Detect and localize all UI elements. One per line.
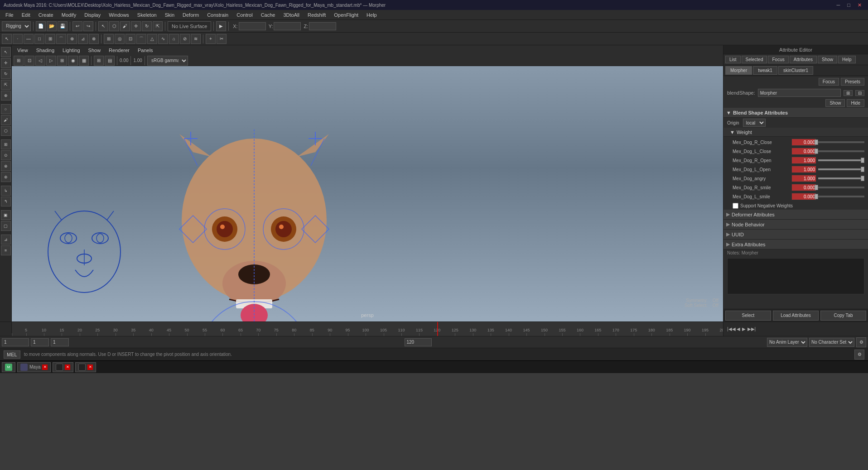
blend-expand-btn[interactable]: ⊞ (844, 90, 853, 96)
weight-slider-4[interactable] (818, 177, 864, 179)
focus-btn[interactable]: Focus (819, 78, 839, 86)
vm-panels[interactable]: Panels (134, 47, 157, 54)
multicut-btn[interactable]: ✂ (217, 34, 227, 44)
current-frame-input[interactable] (405, 338, 432, 346)
start-frame-input[interactable] (2, 338, 29, 346)
menu-file[interactable]: File (2, 11, 17, 19)
blend-shape-name-input[interactable] (758, 89, 841, 97)
weight-slider-2[interactable] (818, 159, 864, 161)
node-tab-tweak1[interactable]: tweak1 (753, 66, 777, 75)
poly-vertex-btn[interactable]: · (13, 34, 23, 44)
poly-edge-btn[interactable]: — (24, 34, 34, 44)
flare-btn[interactable]: △ (147, 34, 157, 44)
3d-viewport[interactable]: z y x persp Symmetry: Off Soft Select: O… (12, 66, 723, 321)
select-mode-btn[interactable]: ↖ (2, 34, 12, 44)
menu-display[interactable]: Display (81, 11, 104, 19)
menu-skeleton[interactable]: Skeleton (134, 11, 160, 19)
weight-slider-0[interactable] (818, 141, 864, 143)
z-input[interactable] (309, 22, 336, 30)
x-input[interactable] (239, 22, 266, 30)
wire-btn[interactable]: ⊞ (57, 56, 67, 66)
rivet-left[interactable]: ⊙ (1, 150, 11, 160)
cam-prev-btn[interactable]: ◁ (35, 56, 45, 66)
extra-attrs-header[interactable]: ▶ Extra Attributes (723, 240, 868, 249)
paint-sel-left[interactable]: 🖌 (1, 115, 11, 125)
hide-btn[interactable]: Hide (847, 99, 864, 107)
snap-left[interactable]: ⊿ (1, 235, 11, 245)
notes-area[interactable] (727, 258, 864, 294)
menu-3dtoall[interactable]: 3DtoAll (280, 11, 303, 19)
weight-input-3[interactable] (791, 166, 816, 173)
select-footer-btn[interactable]: Select (725, 311, 771, 321)
open-file-btn[interactable]: 📂 (47, 21, 57, 31)
blend-left[interactable]: ⊗ (1, 161, 11, 171)
playback-end-input[interactable] (51, 338, 69, 346)
bend-btn[interactable]: ⌒ (136, 34, 146, 44)
squash-btn[interactable]: ⌂ (169, 34, 179, 44)
tab-help[interactable]: Help (838, 56, 856, 63)
magnet-btn[interactable]: ⊗ (89, 34, 99, 44)
mode-dropdown[interactable]: Rigging (2, 21, 31, 31)
rotate-tool[interactable]: ↻ (142, 21, 152, 31)
weight-input-5[interactable] (791, 184, 816, 191)
cluster-left[interactable]: ⊛ (1, 172, 11, 182)
blend-collapse-btn[interactable]: ⊟ (855, 90, 864, 96)
scale-tool[interactable]: ⇱ (153, 21, 163, 31)
node-tab-morpher[interactable]: Morpher (725, 66, 752, 75)
weight-slider-5[interactable] (818, 187, 864, 188)
tab-focus[interactable]: Focus (768, 56, 788, 63)
maximize-btn[interactable]: □ (844, 2, 853, 8)
menu-deform[interactable]: Deform (179, 11, 203, 19)
weight-input-6[interactable] (791, 193, 816, 200)
undo-btn[interactable]: ↩ (72, 21, 82, 31)
menu-control[interactable]: Control (233, 11, 256, 19)
cam-fit-btn[interactable]: ⊞ (14, 56, 24, 66)
new-file-btn[interactable]: 📄 (36, 21, 46, 31)
lasso-left[interactable]: ⬡ (1, 126, 11, 136)
tab-list[interactable]: List (725, 56, 741, 63)
parent-left[interactable]: ↳ (1, 186, 11, 196)
extrude-btn[interactable]: + (206, 34, 216, 44)
status-prefs-btn[interactable]: ⚙ (854, 350, 864, 360)
load-attrs-btn[interactable]: Load Attributes (773, 311, 819, 321)
show-btn[interactable]: Show (825, 99, 845, 107)
minimize-btn[interactable]: ─ (834, 2, 843, 8)
weight-input-2[interactable] (791, 157, 816, 164)
char-set-dropdown[interactable]: No Character Set (809, 338, 854, 347)
y-input[interactable] (274, 22, 301, 30)
softmod-btn[interactable]: ◎ (115, 34, 125, 44)
ungroup-left[interactable]: ▢ (1, 221, 11, 231)
snap-point-btn[interactable]: ⊕ (67, 34, 77, 44)
group-left[interactable]: ▣ (1, 210, 11, 220)
weight-slider-3[interactable] (818, 168, 864, 170)
taskbar-item2-close[interactable]: ✕ (65, 364, 70, 370)
save-file-btn[interactable]: 💾 (58, 21, 68, 31)
weight-input-0[interactable] (791, 139, 816, 146)
uuid-header[interactable]: ▶ UUID (723, 230, 868, 240)
anim-layer-dropdown[interactable]: No Anim Layer (767, 338, 807, 347)
tab-show[interactable]: Show (818, 56, 837, 63)
tab-attributes[interactable]: Attributes (790, 56, 817, 63)
show-manip-left[interactable]: ⊞ (1, 139, 11, 149)
presets-btn[interactable]: Presets (841, 78, 864, 86)
universal-tool-left[interactable]: ⊕ (1, 91, 11, 101)
weight-input-4[interactable] (791, 175, 816, 182)
lasso-tool[interactable]: ⬡ (109, 21, 119, 31)
node-tab-skincluster1[interactable]: skinCluster1 (778, 66, 813, 75)
menu-create[interactable]: Create (35, 11, 57, 19)
vm-renderer[interactable]: Renderer (105, 47, 133, 54)
anim-prefs-btn[interactable]: ⚙ (856, 337, 866, 347)
cam-frame-btn[interactable]: ⊡ (24, 56, 34, 66)
snap-surface-btn[interactable]: ⊿ (78, 34, 88, 44)
blend-shape-attrs-header[interactable]: ▼ Blend Shape Attributes (723, 108, 868, 118)
render-btn[interactable]: ▶ (216, 21, 226, 31)
snap-grid-btn[interactable]: ⊞ (45, 34, 55, 44)
support-neg-checkbox[interactable] (733, 203, 738, 209)
menu-cache[interactable]: Cache (257, 11, 279, 19)
menu-skin[interactable]: Skin (161, 11, 178, 19)
cam-next-btn[interactable]: ▷ (46, 56, 56, 66)
node-behavior-header[interactable]: ▶ Node Behavior (723, 220, 868, 230)
menu-help[interactable]: Help (363, 11, 381, 19)
tab-selected[interactable]: Selected (742, 56, 767, 63)
align-left-btn[interactable]: ≡ (1, 245, 11, 255)
